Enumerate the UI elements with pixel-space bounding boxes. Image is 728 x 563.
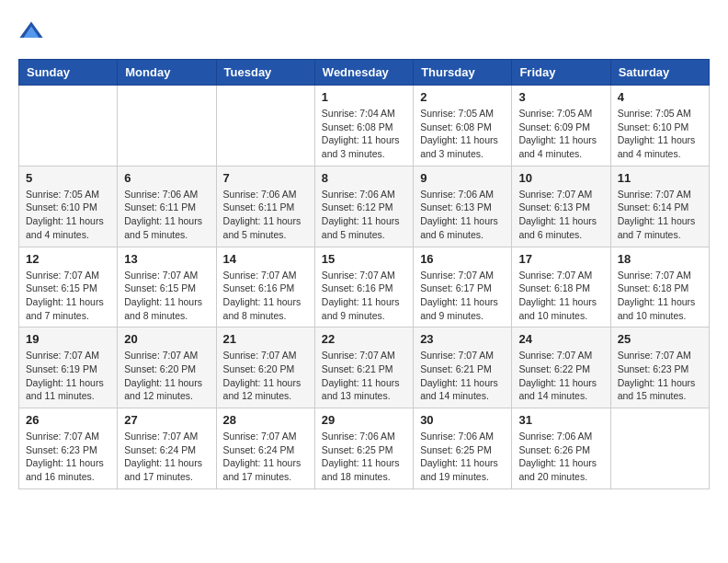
- day-info: Sunrise: 7:07 AM Sunset: 6:21 PM Dayligh…: [420, 349, 505, 403]
- day-info: Sunrise: 7:06 AM Sunset: 6:12 PM Dayligh…: [322, 188, 406, 242]
- calendar-week-row: 5Sunrise: 7:05 AM Sunset: 6:10 PM Daylig…: [19, 166, 710, 247]
- calendar-cell: 16Sunrise: 7:07 AM Sunset: 6:17 PM Dayli…: [414, 247, 512, 327]
- calendar-cell: 26Sunrise: 7:07 AM Sunset: 6:23 PM Dayli…: [19, 408, 118, 489]
- calendar-header-row: SundayMondayTuesdayWednesdayThursdayFrid…: [19, 60, 710, 86]
- calendar-cell: 19Sunrise: 7:07 AM Sunset: 6:19 PM Dayli…: [19, 327, 118, 408]
- day-number: 22: [322, 332, 406, 346]
- day-number: 12: [26, 252, 110, 266]
- logo: [18, 18, 48, 44]
- col-header-sunday: Sunday: [19, 60, 118, 86]
- col-header-wednesday: Wednesday: [314, 60, 413, 86]
- day-info: Sunrise: 7:07 AM Sunset: 6:18 PM Dayligh…: [518, 269, 603, 323]
- calendar-week-row: 1Sunrise: 7:04 AM Sunset: 6:08 PM Daylig…: [19, 86, 710, 167]
- calendar-cell: [19, 86, 118, 167]
- day-info: Sunrise: 7:07 AM Sunset: 6:22 PM Dayligh…: [518, 349, 603, 403]
- day-number: 8: [322, 171, 406, 185]
- day-info: Sunrise: 7:07 AM Sunset: 6:18 PM Dayligh…: [618, 269, 702, 323]
- day-number: 18: [618, 252, 702, 266]
- day-number: 28: [223, 413, 308, 427]
- calendar-table: SundayMondayTuesdayWednesdayThursdayFrid…: [18, 59, 710, 489]
- day-info: Sunrise: 7:07 AM Sunset: 6:13 PM Dayligh…: [518, 188, 603, 242]
- calendar-cell: 8Sunrise: 7:06 AM Sunset: 6:12 PM Daylig…: [314, 166, 413, 247]
- day-number: 6: [124, 171, 209, 185]
- day-info: Sunrise: 7:06 AM Sunset: 6:26 PM Dayligh…: [518, 430, 603, 484]
- calendar-cell: 17Sunrise: 7:07 AM Sunset: 6:18 PM Dayli…: [512, 247, 610, 327]
- calendar-cell: 3Sunrise: 7:05 AM Sunset: 6:09 PM Daylig…: [512, 86, 610, 167]
- day-number: 31: [518, 413, 603, 427]
- day-number: 26: [26, 413, 110, 427]
- day-number: 11: [618, 171, 702, 185]
- day-number: 20: [124, 332, 209, 346]
- col-header-monday: Monday: [118, 60, 216, 86]
- calendar-cell: 1Sunrise: 7:04 AM Sunset: 6:08 PM Daylig…: [314, 86, 413, 167]
- calendar-week-row: 12Sunrise: 7:07 AM Sunset: 6:15 PM Dayli…: [19, 247, 710, 327]
- day-number: 25: [618, 332, 702, 346]
- day-info: Sunrise: 7:07 AM Sunset: 6:24 PM Dayligh…: [223, 430, 308, 484]
- calendar-cell: 21Sunrise: 7:07 AM Sunset: 6:20 PM Dayli…: [216, 327, 314, 408]
- day-info: Sunrise: 7:07 AM Sunset: 6:23 PM Dayligh…: [618, 349, 702, 403]
- day-number: 27: [124, 413, 209, 427]
- day-info: Sunrise: 7:07 AM Sunset: 6:17 PM Dayligh…: [420, 269, 505, 323]
- page-header: [18, 18, 710, 44]
- day-info: Sunrise: 7:06 AM Sunset: 6:11 PM Dayligh…: [223, 188, 308, 242]
- day-number: 24: [518, 332, 603, 346]
- col-header-thursday: Thursday: [414, 60, 512, 86]
- calendar-cell: 23Sunrise: 7:07 AM Sunset: 6:21 PM Dayli…: [414, 327, 512, 408]
- day-info: Sunrise: 7:07 AM Sunset: 6:15 PM Dayligh…: [124, 269, 209, 323]
- day-number: 13: [124, 252, 209, 266]
- calendar-cell: 28Sunrise: 7:07 AM Sunset: 6:24 PM Dayli…: [216, 408, 314, 489]
- day-info: Sunrise: 7:07 AM Sunset: 6:19 PM Dayligh…: [26, 349, 110, 403]
- day-number: 15: [322, 252, 406, 266]
- calendar-week-row: 19Sunrise: 7:07 AM Sunset: 6:19 PM Dayli…: [19, 327, 710, 408]
- day-info: Sunrise: 7:05 AM Sunset: 6:10 PM Dayligh…: [618, 107, 702, 161]
- calendar-cell: 11Sunrise: 7:07 AM Sunset: 6:14 PM Dayli…: [610, 166, 709, 247]
- day-number: 10: [518, 171, 603, 185]
- day-info: Sunrise: 7:07 AM Sunset: 6:16 PM Dayligh…: [223, 269, 308, 323]
- day-info: Sunrise: 7:07 AM Sunset: 6:20 PM Dayligh…: [124, 349, 209, 403]
- calendar-cell: 27Sunrise: 7:07 AM Sunset: 6:24 PM Dayli…: [118, 408, 216, 489]
- day-info: Sunrise: 7:07 AM Sunset: 6:14 PM Dayligh…: [618, 188, 702, 242]
- day-number: 5: [26, 171, 110, 185]
- calendar-cell: [610, 408, 709, 489]
- day-info: Sunrise: 7:04 AM Sunset: 6:08 PM Dayligh…: [322, 107, 406, 161]
- day-number: 14: [223, 252, 308, 266]
- day-number: 1: [322, 90, 406, 104]
- day-number: 19: [26, 332, 110, 346]
- calendar-cell: 24Sunrise: 7:07 AM Sunset: 6:22 PM Dayli…: [512, 327, 610, 408]
- calendar-cell: 22Sunrise: 7:07 AM Sunset: 6:21 PM Dayli…: [314, 327, 413, 408]
- day-number: 30: [420, 413, 505, 427]
- calendar-cell: 18Sunrise: 7:07 AM Sunset: 6:18 PM Dayli…: [610, 247, 709, 327]
- day-info: Sunrise: 7:05 AM Sunset: 6:09 PM Dayligh…: [518, 107, 603, 161]
- col-header-tuesday: Tuesday: [216, 60, 314, 86]
- calendar-cell: 13Sunrise: 7:07 AM Sunset: 6:15 PM Dayli…: [118, 247, 216, 327]
- day-info: Sunrise: 7:07 AM Sunset: 6:24 PM Dayligh…: [124, 430, 209, 484]
- col-header-saturday: Saturday: [610, 60, 709, 86]
- calendar-cell: 4Sunrise: 7:05 AM Sunset: 6:10 PM Daylig…: [610, 86, 709, 167]
- day-number: 9: [420, 171, 505, 185]
- day-info: Sunrise: 7:07 AM Sunset: 6:16 PM Dayligh…: [322, 269, 406, 323]
- calendar-cell: 5Sunrise: 7:05 AM Sunset: 6:10 PM Daylig…: [19, 166, 118, 247]
- day-number: 4: [618, 90, 702, 104]
- calendar-cell: 2Sunrise: 7:05 AM Sunset: 6:08 PM Daylig…: [414, 86, 512, 167]
- day-info: Sunrise: 7:07 AM Sunset: 6:23 PM Dayligh…: [26, 430, 110, 484]
- day-info: Sunrise: 7:07 AM Sunset: 6:21 PM Dayligh…: [322, 349, 406, 403]
- day-info: Sunrise: 7:06 AM Sunset: 6:11 PM Dayligh…: [124, 188, 209, 242]
- day-number: 21: [223, 332, 308, 346]
- calendar-cell: 30Sunrise: 7:06 AM Sunset: 6:25 PM Dayli…: [414, 408, 512, 489]
- calendar-cell: 20Sunrise: 7:07 AM Sunset: 6:20 PM Dayli…: [118, 327, 216, 408]
- day-number: 2: [420, 90, 505, 104]
- calendar-cell: 9Sunrise: 7:06 AM Sunset: 6:13 PM Daylig…: [414, 166, 512, 247]
- logo-icon: [18, 18, 44, 44]
- calendar-cell: 12Sunrise: 7:07 AM Sunset: 6:15 PM Dayli…: [19, 247, 118, 327]
- calendar-cell: [216, 86, 314, 167]
- calendar-cell: 31Sunrise: 7:06 AM Sunset: 6:26 PM Dayli…: [512, 408, 610, 489]
- calendar-cell: 14Sunrise: 7:07 AM Sunset: 6:16 PM Dayli…: [216, 247, 314, 327]
- day-number: 17: [518, 252, 603, 266]
- day-number: 7: [223, 171, 308, 185]
- day-info: Sunrise: 7:06 AM Sunset: 6:13 PM Dayligh…: [420, 188, 505, 242]
- calendar-cell: 10Sunrise: 7:07 AM Sunset: 6:13 PM Dayli…: [512, 166, 610, 247]
- day-info: Sunrise: 7:07 AM Sunset: 6:15 PM Dayligh…: [26, 269, 110, 323]
- calendar-cell: 25Sunrise: 7:07 AM Sunset: 6:23 PM Dayli…: [610, 327, 709, 408]
- day-number: 3: [518, 90, 603, 104]
- calendar-cell: 6Sunrise: 7:06 AM Sunset: 6:11 PM Daylig…: [118, 166, 216, 247]
